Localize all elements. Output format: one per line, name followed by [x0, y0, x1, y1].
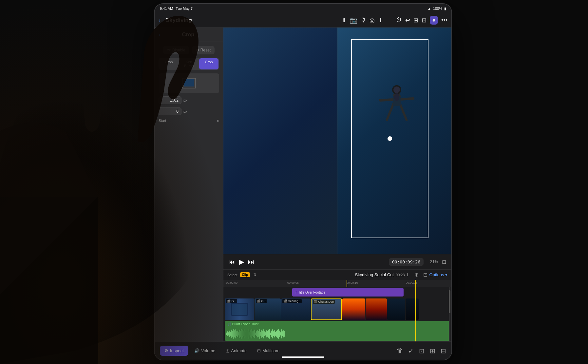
bottom-toolbar: ⚙ Inspect 🔊 Volume ◎ Animate ⊞ Multicam … — [155, 341, 451, 360]
panel-controls-row: 👁 Disable ↺ Reset — [159, 46, 219, 54]
check-button[interactable]: ✓ — [408, 347, 414, 355]
wave-60 — [284, 331, 285, 337]
wave-24 — [249, 329, 249, 339]
wave-34 — [258, 331, 259, 337]
zoom-level: 21% — [430, 259, 438, 264]
wave-59 — [283, 330, 284, 337]
split-button[interactable]: ⊡ — [419, 347, 425, 355]
battery-label: 100% — [433, 7, 442, 10]
nav-title: Skydiving — [166, 17, 339, 24]
status-date: Tue May 7 — [176, 7, 193, 10]
status-bar: 9:41 AM Tue May 7 ▲ 100% ▮ — [155, 4, 451, 13]
wave-4 — [229, 331, 230, 337]
video-clip-6[interactable] — [366, 298, 387, 320]
wave-54 — [278, 329, 279, 339]
clock-icon[interactable]: ⏱ — [396, 17, 402, 24]
share-icon[interactable]: ⬆ — [342, 17, 347, 24]
timeline-header: Select Clip ⇅ Skydiving Social Cut 00:23… — [223, 270, 451, 280]
tab-animate[interactable]: ◎ Animate — [221, 346, 251, 356]
play-button[interactable]: ▶ — [239, 258, 244, 266]
crop-preview-thumb — [159, 73, 219, 93]
title-clip-label: Title Over Footage — [298, 291, 325, 294]
ruler-mark-1: 00:00:05 — [287, 281, 299, 284]
wave-25 — [250, 332, 250, 335]
wave-48 — [272, 329, 273, 338]
export-icon[interactable]: ⬆ — [378, 17, 383, 24]
undo-icon[interactable]: ↩ — [405, 17, 410, 24]
target-icon[interactable]: ◎ — [370, 17, 375, 24]
audio-clip[interactable]: 🎵 Burnt Hybrid Trust — [225, 321, 450, 341]
video-clip-3[interactable]: 🎬 Gearing... — [281, 298, 311, 320]
crop-overlay — [351, 39, 429, 238]
title-track: T Title Over Footage — [223, 287, 451, 297]
height-input[interactable] — [159, 107, 181, 115]
video-clip-2[interactable]: 🎬 G... — [255, 298, 281, 320]
video-clip-1[interactable]: 🎬 G... — [225, 298, 254, 320]
svg-rect-11 — [232, 304, 247, 315]
arrange-button[interactable]: ⊞ — [430, 347, 435, 355]
tab-multicam[interactable]: ⊞ Multicam — [253, 346, 284, 356]
photo-icon[interactable]: ⊞ — [413, 17, 418, 24]
clip-2-label: 🎬 G... — [256, 299, 267, 303]
animate-icon: ◎ — [226, 348, 229, 353]
crop-button[interactable]: ⊟ — [441, 347, 446, 355]
wave-33 — [257, 330, 258, 337]
delete-button[interactable]: 🗑 — [396, 347, 403, 354]
video-clip-8[interactable] — [406, 298, 419, 320]
video-clip-chutes[interactable]: 🎬 Chutes Dep — [311, 298, 342, 320]
title-clip[interactable]: T Title Over Footage — [292, 288, 404, 297]
panel-back-button[interactable]: ‹ — [159, 31, 161, 38]
battery-icon: ▮ — [444, 7, 446, 11]
timeline-scrollbar[interactable] — [449, 287, 450, 341]
wave-22 — [247, 330, 247, 338]
clip-badge[interactable]: Clip — [240, 272, 250, 277]
wave-39 — [263, 329, 264, 338]
ruler-mark-3: 00:00:15 — [406, 281, 417, 284]
wave-29 — [254, 331, 254, 337]
wave-42 — [266, 330, 267, 337]
more-icon[interactable]: ••• — [441, 17, 447, 24]
video-clip-7[interactable] — [387, 298, 405, 320]
crop-tab-crop[interactable]: Crop — [159, 58, 179, 69]
info-icon: ℹ — [407, 272, 408, 277]
nav-icons: ⬆ 📷 🎙 ◎ ⬆ ⏱ ↩ ⊞ ⊡ ● ••• — [342, 16, 447, 25]
crop-tab-kenburns[interactable]: Ken Burns — [179, 58, 199, 69]
wave-9 — [234, 330, 235, 337]
insert-icon[interactable]: ⊡ — [423, 272, 427, 278]
skip-back-button[interactable]: ⏮ — [229, 258, 235, 266]
clip-3-label: 🎬 Gearing... — [282, 299, 302, 303]
title-clip-icon: T — [295, 290, 297, 294]
video-clip-5[interactable] — [342, 298, 365, 320]
crop-center-handle[interactable] — [388, 136, 392, 141]
options-button[interactable]: Options ▾ — [429, 272, 447, 277]
camera-icon[interactable]: 📷 — [350, 17, 357, 24]
main-area: ‹ Crop 👁 Disable ↺ Reset Crop — [155, 28, 451, 341]
nav-back-button[interactable]: ‹ — [159, 17, 161, 24]
wave-30 — [255, 330, 255, 338]
reset-button[interactable]: ↺ Reset — [192, 46, 215, 54]
height-input-row: px — [159, 107, 219, 115]
project-duration: 00:23 — [396, 273, 405, 277]
wave-53 — [277, 330, 278, 338]
panel-body: 👁 Disable ↺ Reset Crop Ken Burns — [155, 42, 223, 126]
preview-right — [337, 28, 451, 254]
disable-icon: 👁 — [167, 48, 171, 52]
zoom-icon[interactable]: ⊡ — [442, 259, 446, 265]
project-info: Skydiving Social Cut 00:23 ℹ ⊕ ⊡ Options… — [355, 272, 447, 278]
magnet-icon[interactable]: ⊕ — [414, 272, 419, 278]
pip-icon[interactable]: ⊡ — [422, 17, 427, 24]
color-icon[interactable]: ● — [430, 16, 438, 25]
mic-icon[interactable]: 🎙 — [360, 17, 366, 24]
wave-14 — [239, 330, 239, 338]
wave-5 — [230, 332, 231, 336]
wave-27 — [252, 329, 252, 338]
playback-bar: ⏮ ▶ ⏭ 00:00:09:26 21% ⊡ — [223, 254, 451, 270]
wave-23 — [248, 331, 248, 337]
disable-button[interactable]: 👁 Disable — [163, 46, 189, 54]
tab-inspect[interactable]: ⚙ Inspect — [160, 346, 188, 356]
skip-forward-button[interactable]: ⏭ — [248, 258, 255, 266]
tab-volume[interactable]: 🔊 Volume — [190, 346, 220, 356]
playhead-ruler — [347, 280, 347, 287]
width-input[interactable] — [159, 96, 181, 104]
crop-tab-active[interactable]: Crop — [199, 58, 218, 69]
